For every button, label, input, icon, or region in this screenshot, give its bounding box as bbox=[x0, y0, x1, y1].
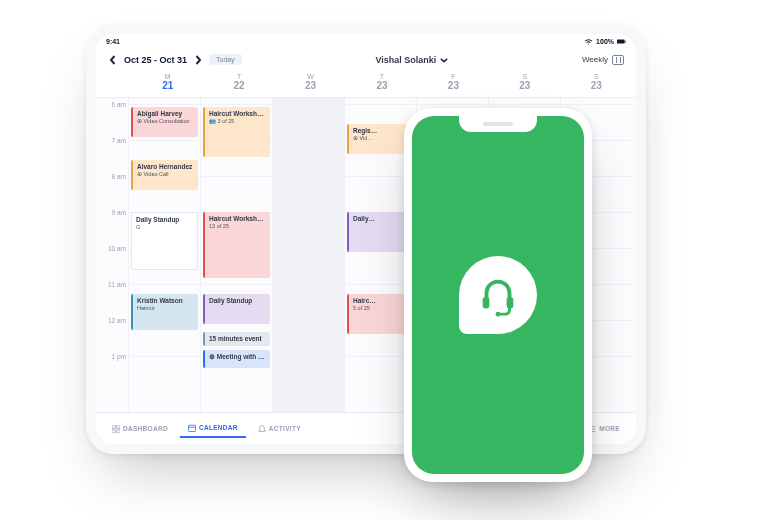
event-subtitle: ⊕ Video Consultation bbox=[137, 118, 190, 124]
hour-label: 1 pm bbox=[96, 353, 126, 360]
calendar-icon bbox=[188, 424, 196, 432]
view-label: Weekly bbox=[582, 55, 608, 64]
event-subtitle: ⊕ Vid… bbox=[353, 135, 373, 141]
date-range[interactable]: Oct 25 - Oct 31 bbox=[124, 55, 187, 65]
event-subtitle: 13 of 25 bbox=[209, 223, 229, 229]
day-off-block: Day off bbox=[273, 97, 344, 412]
app-logo-leaf bbox=[459, 256, 537, 334]
calendar-event[interactable]: Daily StandupG bbox=[131, 212, 198, 270]
svg-rect-3 bbox=[117, 425, 120, 428]
tab-activity[interactable]: ACTIVITY bbox=[250, 421, 309, 437]
svg-rect-1 bbox=[625, 40, 626, 42]
svg-rect-4 bbox=[112, 429, 115, 432]
view-grid-icon bbox=[612, 55, 624, 65]
status-bar: 9:41 100% bbox=[96, 34, 636, 48]
tab-activity-label: ACTIVITY bbox=[269, 425, 301, 432]
event-title: Regis… bbox=[353, 127, 410, 135]
calendar-event[interactable]: Haircut Workshops13 of 25 bbox=[203, 212, 270, 278]
svg-rect-0 bbox=[617, 39, 625, 43]
calendar-event[interactable]: Alvaro Hernandez⊕ Video Call bbox=[131, 160, 198, 190]
calendar-header: Oct 25 - Oct 31 Today Vishal Solanki Wee… bbox=[96, 48, 636, 69]
calendar-event[interactable]: Abigail Harvey⊕ Video Consultation bbox=[131, 107, 198, 137]
svg-rect-11 bbox=[483, 297, 490, 309]
event-subtitle: 5 of 25 bbox=[353, 305, 370, 311]
event-subtitle: 👥 3 of 25 bbox=[209, 118, 234, 124]
calendar-event[interactable]: 15 minutes event bbox=[203, 332, 270, 346]
view-switcher[interactable]: Weekly bbox=[582, 55, 624, 65]
event-title: 15 minutes event bbox=[209, 335, 266, 343]
prev-week-button[interactable] bbox=[108, 55, 118, 65]
battery-pct: 100% bbox=[596, 38, 614, 45]
event-title: Kristin Watson bbox=[137, 297, 194, 305]
today-button[interactable]: Today bbox=[209, 54, 242, 65]
tab-calendar-label: CALENDAR bbox=[199, 424, 238, 431]
hour-label: 9 am bbox=[96, 209, 126, 216]
tab-dashboard-label: DASHBOARD bbox=[123, 425, 168, 432]
hour-label: 8 am bbox=[96, 173, 126, 180]
phone-screen bbox=[412, 116, 584, 474]
event-subtitle: ⊕ Video Call bbox=[137, 171, 169, 177]
bell-icon bbox=[258, 425, 266, 433]
hour-label: 11 am bbox=[96, 281, 126, 288]
event-subtitle: G bbox=[136, 224, 140, 230]
event-title: ⊕ Meeting with Jo… bbox=[209, 353, 266, 361]
day-col-thu[interactable]: T23 bbox=[346, 69, 417, 97]
svg-point-13 bbox=[496, 312, 501, 317]
tab-more-label: MORE bbox=[599, 425, 620, 432]
phone-frame bbox=[404, 108, 592, 482]
hour-label: 12 am bbox=[96, 317, 126, 324]
event-title: Daily Standup bbox=[136, 216, 193, 224]
hour-label: 10 am bbox=[96, 245, 126, 252]
day-col-tue[interactable]: T22 bbox=[203, 69, 274, 97]
status-time: 9:41 bbox=[106, 38, 120, 45]
headset-icon bbox=[475, 272, 521, 318]
header-left: Oct 25 - Oct 31 Today bbox=[108, 54, 242, 65]
event-title: Daily Standup bbox=[209, 297, 266, 305]
day-col-wed[interactable]: W23 bbox=[275, 69, 346, 97]
calendar-event[interactable]: ⊕ Meeting with Jo… bbox=[203, 350, 270, 368]
phone-notch bbox=[459, 116, 537, 132]
event-title: Haircut Workshops bbox=[209, 110, 266, 118]
battery-icon bbox=[617, 37, 626, 46]
event-subtitle: Haircut bbox=[137, 305, 154, 311]
hour-label: 6 am bbox=[96, 101, 126, 108]
event-title: Abigail Harvey bbox=[137, 110, 194, 118]
wifi-icon bbox=[584, 37, 593, 46]
weekday-header: M21 T22 W23 T23 F23 S23 S23 bbox=[96, 69, 636, 97]
day-col-mon[interactable]: M21 bbox=[132, 69, 203, 97]
calendar-event[interactable]: Kristin WatsonHaircut bbox=[131, 294, 198, 330]
hour-gutter: 6 am7 am8 am9 am10 am11 am12 am1 pm bbox=[96, 98, 128, 412]
day-col-sat[interactable]: S23 bbox=[489, 69, 560, 97]
svg-rect-12 bbox=[507, 297, 514, 309]
day-col-fri[interactable]: F23 bbox=[418, 69, 489, 97]
user-selector[interactable]: Vishal Solanki bbox=[375, 55, 448, 65]
dashboard-icon bbox=[112, 425, 120, 433]
next-week-button[interactable] bbox=[193, 55, 203, 65]
calendar-event[interactable]: Haircut Workshops👥 3 of 25 bbox=[203, 107, 270, 157]
svg-rect-5 bbox=[117, 429, 120, 432]
event-title: Alvaro Hernandez bbox=[137, 163, 194, 171]
svg-rect-2 bbox=[112, 425, 115, 428]
event-title: Haircut Workshops bbox=[209, 215, 266, 223]
day-col-sun[interactable]: S23 bbox=[561, 69, 632, 97]
tab-dashboard[interactable]: DASHBOARD bbox=[104, 421, 176, 437]
event-title: Hairc… bbox=[353, 297, 410, 305]
user-name: Vishal Solanki bbox=[375, 55, 436, 65]
tab-calendar[interactable]: CALENDAR bbox=[180, 420, 246, 438]
status-right: 100% bbox=[584, 37, 626, 46]
calendar-event[interactable]: Daily Standup bbox=[203, 294, 270, 324]
svg-rect-6 bbox=[188, 425, 195, 431]
hour-label: 7 am bbox=[96, 137, 126, 144]
event-title: Daily… bbox=[353, 215, 410, 223]
chevron-down-icon bbox=[440, 56, 448, 64]
